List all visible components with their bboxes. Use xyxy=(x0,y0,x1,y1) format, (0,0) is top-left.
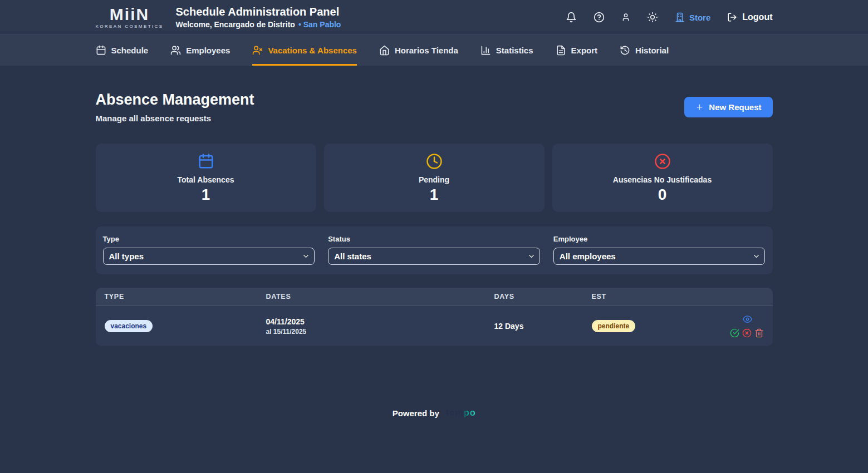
logo-subtitle: KOREAN COSMETICS xyxy=(96,24,164,29)
brand-block: MiiN KOREAN COSMETICS Schedule Administr… xyxy=(96,6,341,29)
bell-icon[interactable] xyxy=(566,12,577,23)
stat-value: 0 xyxy=(658,187,667,203)
stat-card-pending: Pending 1 xyxy=(324,144,545,212)
miin-logo: MiiN KOREAN COSMETICS xyxy=(96,6,164,29)
page-subtitle: Manage all absence requests xyxy=(96,114,254,123)
eye-icon[interactable] xyxy=(743,314,752,324)
tab-label: Statistics xyxy=(496,46,533,55)
tab-label: Vacations & Absences xyxy=(268,46,357,55)
tab-horarios-tienda[interactable]: Horarios Tienda xyxy=(379,35,458,66)
store-name-badge: • San Pablo xyxy=(298,20,341,29)
tab-statistics[interactable]: Statistics xyxy=(480,35,533,66)
stat-card-unjustified: Ausencias No Justificadas 0 xyxy=(552,144,773,212)
x-circle-icon xyxy=(654,153,671,170)
footer: Powered by tempo xyxy=(96,407,773,418)
main-nav: Schedule Employees Vacations & Absences … xyxy=(0,35,868,66)
user-x-icon xyxy=(252,45,263,56)
main-content: Absence Management Manage all absence re… xyxy=(96,66,773,418)
filter-status-label: Status xyxy=(328,235,540,243)
tab-label: Horarios Tienda xyxy=(395,46,458,55)
days-cell: 12 Days xyxy=(494,322,592,331)
dates-cell: 04/11/2025 al 15/11/2025 xyxy=(266,317,494,336)
trash-icon[interactable] xyxy=(754,328,764,338)
plus-icon xyxy=(695,103,704,111)
logout-label: Logout xyxy=(742,12,772,22)
table-row: vacaciones 04/11/2025 al 15/11/2025 12 D… xyxy=(96,306,773,346)
tab-schedule[interactable]: Schedule xyxy=(96,35,149,66)
filter-type: Type All types xyxy=(103,235,315,265)
new-request-button[interactable]: New Request xyxy=(684,97,772,117)
logo-wordmark: MiiN xyxy=(110,6,149,23)
absences-table: TYPE DATES DAYS EST vacaciones 04/11/202… xyxy=(96,288,773,346)
tempo-logo: tempo xyxy=(446,407,476,418)
user-icon[interactable] xyxy=(621,13,630,22)
type-badge: vacaciones xyxy=(105,320,153,332)
filters-panel: Type All types Status All states Employe… xyxy=(96,226,773,274)
actions-cell xyxy=(717,314,764,338)
col-days: DAYS xyxy=(494,293,592,300)
welcome-text: Welcome, Encargado de Distrito xyxy=(175,20,295,29)
stat-value: 1 xyxy=(202,187,210,203)
app-title: Schedule Administration Panel xyxy=(175,6,341,18)
welcome-line: Welcome, Encargado de Distrito• San Pabl… xyxy=(175,20,341,29)
stat-label: Ausencias No Justificadas xyxy=(613,175,712,184)
status-select[interactable]: All states xyxy=(328,248,540,265)
tab-employees[interactable]: Employees xyxy=(170,35,230,66)
stat-label: Pending xyxy=(419,175,449,184)
theme-sun-icon[interactable] xyxy=(647,12,658,23)
page-title-block: Absence Management Manage all absence re… xyxy=(96,91,254,123)
stat-value: 1 xyxy=(430,187,439,203)
home-icon xyxy=(379,45,390,56)
users-icon xyxy=(170,45,181,56)
header-actions: Store Logout xyxy=(566,12,773,23)
col-est: EST xyxy=(592,293,717,300)
store-label: Store xyxy=(689,13,710,22)
help-icon[interactable] xyxy=(594,12,605,23)
file-text-icon xyxy=(556,45,566,56)
filter-status: Status All states xyxy=(328,235,540,265)
tab-label: Historial xyxy=(635,46,669,55)
history-icon xyxy=(620,45,630,56)
table-header-row: TYPE DATES DAYS EST xyxy=(96,288,773,306)
bar-chart-icon xyxy=(480,45,491,56)
date-end: al 15/11/2025 xyxy=(266,328,494,336)
filter-type-label: Type xyxy=(103,235,315,243)
type-select[interactable]: All types xyxy=(103,248,315,265)
store-button[interactable]: Store xyxy=(675,12,710,22)
stats-row: Total Absences 1 Pending 1 Ausencias No … xyxy=(96,144,773,212)
tab-historial[interactable]: Historial xyxy=(620,35,669,66)
page-head: Absence Management Manage all absence re… xyxy=(96,91,773,123)
top-header: MiiN KOREAN COSMETICS Schedule Administr… xyxy=(0,0,868,35)
filter-employee: Employee All employees xyxy=(553,235,766,265)
building-icon xyxy=(675,12,685,22)
tab-label: Schedule xyxy=(111,46,149,55)
approve-check-circle-icon[interactable] xyxy=(730,328,739,338)
logout-button[interactable]: Logout xyxy=(727,12,772,22)
reject-x-circle-icon[interactable] xyxy=(742,328,752,338)
powered-by-text: Powered by xyxy=(393,408,439,418)
calendar-icon xyxy=(96,45,106,56)
tab-vacations-absences[interactable]: Vacations & Absences xyxy=(252,35,357,66)
calendar-icon xyxy=(198,153,214,170)
tab-label: Employees xyxy=(186,46,230,55)
date-start: 04/11/2025 xyxy=(266,317,494,326)
col-type: TYPE xyxy=(105,293,266,300)
employee-select[interactable]: All employees xyxy=(553,248,766,265)
tab-export[interactable]: Export xyxy=(556,35,598,66)
stat-card-total-absences: Total Absences 1 xyxy=(96,144,316,212)
filter-employee-label: Employee xyxy=(553,235,766,243)
col-dates: DATES xyxy=(266,293,494,300)
new-request-label: New Request xyxy=(709,102,761,112)
status-cell: pendiente xyxy=(592,320,717,332)
type-cell: vacaciones xyxy=(105,320,266,332)
status-badge: pendiente xyxy=(592,320,636,332)
tab-label: Export xyxy=(571,46,598,55)
app-title-block: Schedule Administration Panel Welcome, E… xyxy=(175,6,341,29)
stat-label: Total Absences xyxy=(178,175,234,184)
clock-icon xyxy=(426,153,443,170)
page-title: Absence Management xyxy=(96,91,254,109)
logout-icon xyxy=(727,12,737,22)
